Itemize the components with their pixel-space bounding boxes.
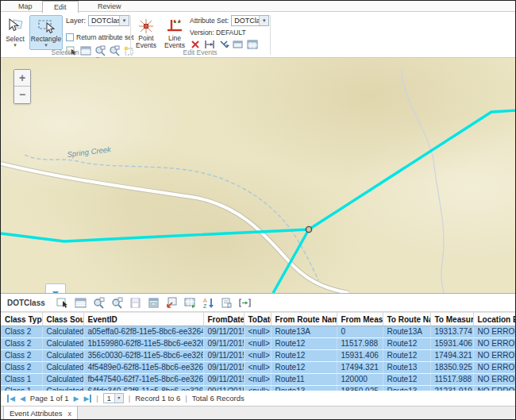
table-layer-name: DOTClass (7, 299, 45, 307)
export-records-icon[interactable] (166, 297, 178, 309)
group-separator (270, 15, 271, 55)
selection-group-label: Selection (1, 48, 129, 56)
record-range-text: Record 1 to 6 (135, 394, 180, 403)
line-events-label: Line Events (162, 35, 187, 49)
road-casing (1, 164, 348, 293)
svg-text:Z: Z (203, 303, 207, 309)
table-pagination-bar: ◀ ◀ Page 1 of 1 ▶ ▶ | 1 ▾ | Record 1 to … (1, 391, 515, 406)
table-header-row: Class Type Class Source EventID FromDate… (1, 313, 516, 326)
close-tab-icon[interactable]: x (68, 410, 72, 418)
col-class-source[interactable]: Class Source (42, 313, 83, 326)
rectangle-select-icon (37, 17, 55, 35)
attribute-set-caret-icon[interactable]: ▾ (259, 16, 268, 25)
map-zoom-control: + − (13, 69, 31, 104)
select-tool-button[interactable]: Select ▾ (2, 15, 28, 50)
attribute-set-dropdown-value: DOTClass (232, 17, 259, 25)
attribute-table: Class Type Class Source EventID FromDate… (1, 312, 516, 398)
first-page-button[interactable]: ◀ (7, 395, 15, 403)
road-line (1, 164, 348, 293)
add-to-table-icon[interactable] (184, 297, 196, 309)
page-number-dropdown[interactable]: 1 ▾ (103, 393, 124, 403)
layer-dropdown[interactable]: DOTClass ▾ (88, 15, 129, 26)
pan-to-selection-icon[interactable] (111, 297, 123, 309)
creek-label: Spring Creek (67, 144, 113, 159)
event-attributes-tab[interactable]: Event Attributes x (3, 407, 78, 420)
event-editor-window: Map Edit Review Select ▾ (0, 0, 516, 420)
return-attribute-set-label: Return attribute set (76, 33, 133, 41)
tab-edit[interactable]: Edit (42, 1, 79, 13)
table-toolbar: DOTClass AZ (1, 294, 515, 312)
layer-dropdown-value: DOTClass (89, 17, 119, 25)
edit-events-group-label: Edit Events (131, 48, 269, 56)
col-todate[interactable]: ToDate (244, 313, 271, 326)
return-attribute-set-checkbox[interactable] (66, 33, 74, 41)
previous-page-button[interactable]: ◀ (20, 395, 25, 403)
selection-group: Select ▾ Rectangle ▾ Layer: DOTClass (1, 13, 129, 57)
table-row[interactable]: Class 2Calculated356c0030-62f8-11e5-8bc6… (1, 350, 516, 362)
route-northeast[interactable] (309, 110, 515, 229)
page-number-caret-icon[interactable]: ▾ (114, 394, 123, 403)
boundary-line (402, 69, 444, 293)
col-from-route-name[interactable]: From Route Name (271, 313, 337, 326)
layer-label: Layer: (66, 17, 86, 25)
col-to-measure[interactable]: To Measure (430, 313, 473, 326)
route-junction-marker[interactable] (306, 226, 311, 232)
svg-text:A: A (203, 298, 207, 303)
table-collapse-tab[interactable] (45, 283, 66, 293)
last-page-button[interactable]: ▶ (83, 395, 91, 403)
open-table-icon[interactable] (148, 297, 160, 309)
save-icon[interactable] (129, 297, 141, 309)
point-events-icon (137, 17, 155, 35)
zoom-in-button[interactable]: + (14, 70, 30, 87)
map-canvas[interactable]: Spring Creek + − (1, 58, 515, 293)
route-south[interactable] (273, 229, 309, 293)
sort-icon[interactable]: AZ (202, 297, 214, 309)
point-events-label: Point Events (133, 35, 159, 49)
version-label: Version: DEFAULT (190, 29, 269, 37)
line-events-icon (166, 17, 183, 35)
bottom-tab-strip: Event Attributes x (1, 406, 515, 420)
total-records-text: Total 6 Records (192, 394, 245, 403)
page-number-value: 1 (104, 394, 114, 403)
attribute-set-dropdown[interactable]: DOTClass ▾ (231, 15, 269, 26)
col-to-route-name[interactable]: To Route Name (383, 313, 430, 326)
edit-events-fields: Attribute Set: DOTClass ▾ Version: DEFAU… (190, 15, 269, 50)
ribbon-tab-bar: Map Edit Review (1, 1, 515, 12)
show-records-icon[interactable] (75, 297, 87, 309)
attribute-set-label: Attribute Set: (190, 17, 229, 25)
table-row[interactable]: Class 2Calculateda05effa0-62f8-11e5-8bc6… (1, 326, 516, 338)
col-eventid[interactable]: EventID (83, 313, 203, 326)
column-width-icon[interactable] (239, 297, 251, 309)
zoom-to-selection-icon[interactable] (93, 297, 105, 309)
col-location-error[interactable]: Location Error (473, 313, 516, 326)
creek-line (25, 155, 318, 280)
select-records-icon[interactable] (56, 297, 68, 309)
table-row[interactable]: Class 2Calculated4f5489e0-62f8-11e5-8bc6… (1, 362, 516, 374)
zoom-out-button[interactable]: − (14, 87, 30, 103)
col-from-measure[interactable]: From Measure (337, 313, 383, 326)
tab-review[interactable]: Review (87, 1, 133, 12)
next-page-button[interactable]: ▶ (73, 395, 79, 403)
edit-events-group: Point Events Line Events Attribute Set: (131, 13, 269, 57)
rectangle-dropdown-caret-icon[interactable]: ▾ (30, 43, 62, 47)
ribbon: Select ▾ Rectangle ▾ Layer: DOTClass (1, 13, 515, 58)
table-row[interactable]: Class 1Calculatedfb447540-62f7-11e5-8bc6… (1, 374, 516, 386)
notes-icon[interactable] (221, 297, 233, 309)
select-cursor-icon (6, 17, 24, 35)
col-fromdate[interactable]: FromDate (203, 313, 244, 326)
layer-dropdown-caret-icon[interactable]: ▾ (119, 16, 129, 25)
rectangle-select-button[interactable]: Rectangle ▾ (29, 15, 63, 50)
table-row[interactable]: Class 2Calculated1b159980-62f8-11e5-8bc6… (1, 338, 516, 350)
event-attributes-tab-label: Event Attributes (10, 409, 63, 418)
page-count-text: Page 1 of 1 (30, 394, 69, 403)
col-class-type[interactable]: Class Type (1, 313, 42, 326)
select-dropdown-caret-icon[interactable]: ▾ (3, 43, 27, 47)
tab-map[interactable]: Map (7, 1, 44, 12)
